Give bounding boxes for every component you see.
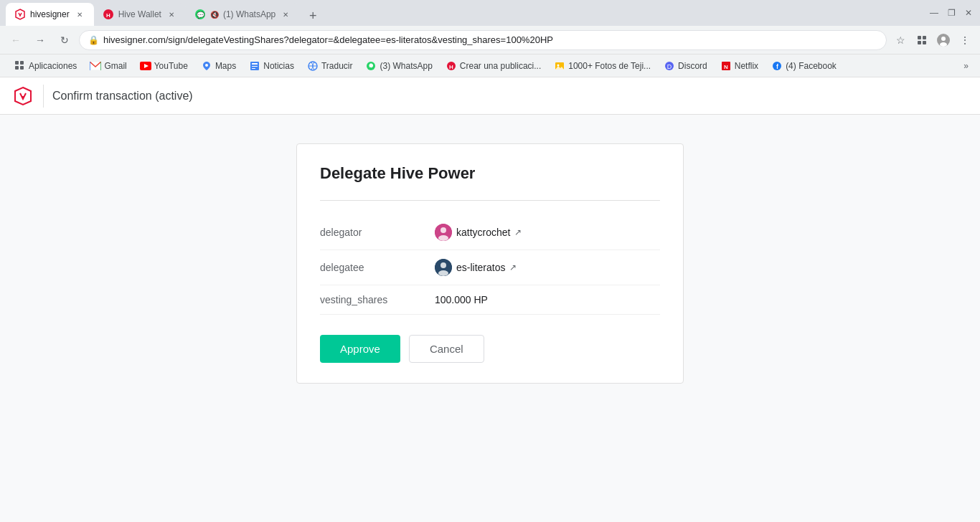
tab-list: hivesigner ✕ H Hive Wallet ✕ 💬 <box>6 0 925 26</box>
svg-rect-7 <box>923 41 926 44</box>
tab-hive-wallet[interactable]: H Hive Wallet ✕ <box>94 3 186 26</box>
page-header: Confirm transaction (active) <box>0 77 980 115</box>
tab-hivesigner[interactable]: hivesigner ✕ <box>6 3 94 26</box>
bookmark-facebook-label: (4) Facebook <box>786 61 837 71</box>
restore-button[interactable]: ❐ <box>946 7 957 19</box>
bookmark-noticias-label: Noticias <box>263 61 294 71</box>
bookmark-aplicaciones[interactable]: Aplicaciones <box>9 57 83 75</box>
whatsapp-bk-icon <box>365 60 377 72</box>
more-bookmarks-button[interactable]: » <box>961 61 971 71</box>
bookmark-hive-label: Crear una publicaci... <box>460 61 541 71</box>
bookmark-youtube-label: YouTube <box>154 61 188 71</box>
svg-rect-13 <box>15 66 19 70</box>
bookmark-discord-label: Discord <box>678 61 707 71</box>
bookmark-noticias[interactable]: Noticias <box>243 57 300 75</box>
delegatee-avatar <box>435 259 452 276</box>
svg-rect-23 <box>252 66 258 67</box>
minimize-button[interactable]: — <box>928 7 940 19</box>
facebook-icon: f <box>771 60 783 72</box>
page-title: Confirm transaction (active) <box>52 90 193 103</box>
bookmark-gmail-label: Gmail <box>104 61 126 71</box>
header-separator <box>43 85 44 108</box>
bookmark-traducir[interactable]: Traducir <box>301 57 359 75</box>
netflix-icon: N <box>720 60 732 72</box>
delegatee-value: es-literatos ↗ <box>435 259 517 276</box>
svg-rect-12 <box>20 61 24 65</box>
vesting-shares-value: 100.000 HP <box>435 294 488 305</box>
svg-rect-6 <box>918 41 921 44</box>
refresh-button[interactable]: ↻ <box>55 30 75 50</box>
bookmark-youtube[interactable]: YouTube <box>134 57 194 75</box>
delegatee-external-link-icon[interactable]: ↗ <box>509 262 517 272</box>
svg-text:H: H <box>106 12 110 19</box>
tab-muted-icon: 🔇 <box>210 11 219 19</box>
grid-icon <box>14 60 26 72</box>
address-bar-row: ← → ↻ 🔒 hivesigner.com/sign/delegateVest… <box>0 26 980 54</box>
tab-whatsapp[interactable]: 💬 🔇 (1) WhatsApp ✕ <box>186 3 300 26</box>
bookmark-star-button[interactable]: ☆ <box>891 31 910 49</box>
bookmark-maps[interactable]: Maps <box>195 57 242 75</box>
transaction-card: Delegate Hive Power delegator kattycroch… <box>296 143 684 384</box>
delegator-row: delegator kattycrochet ↗ <box>320 215 660 250</box>
bookmark-whatsapp-label: (3) WhatsApp <box>380 61 432 71</box>
tab-whatsapp-title: (1) WhatsApp <box>223 9 275 19</box>
tab-hive-wallet-close[interactable]: ✕ <box>166 9 177 20</box>
cancel-button[interactable]: Cancel <box>409 335 484 363</box>
translate-icon <box>307 60 319 72</box>
photo-bk-icon <box>554 60 565 72</box>
hive-bk-icon: H <box>446 60 457 72</box>
svg-rect-22 <box>252 63 258 65</box>
approve-button[interactable]: Approve <box>320 335 400 363</box>
title-bar: hivesigner ✕ H Hive Wallet ✕ 💬 <box>0 0 980 26</box>
bookmark-discord[interactable]: D Discord <box>658 57 713 75</box>
delegator-external-link-icon[interactable]: ↗ <box>514 227 522 237</box>
extensions-puzzle-button[interactable] <box>913 31 931 49</box>
delegator-label: delegator <box>320 227 435 238</box>
bookmark-whatsapp[interactable]: (3) WhatsApp <box>359 57 438 75</box>
bookmark-netflix[interactable]: N Netflix <box>715 57 764 75</box>
bookmark-photos[interactable]: 1000+ Fotos de Teji... <box>548 57 656 75</box>
delegatee-label: delegatee <box>320 262 435 273</box>
delegatee-name: es-literatos <box>456 262 505 273</box>
page-content: Delegate Hive Power delegator kattycroch… <box>0 115 980 522</box>
tab-hivesigner-close[interactable]: ✕ <box>74 9 85 20</box>
lock-icon: 🔒 <box>88 35 99 45</box>
svg-rect-24 <box>252 68 255 69</box>
svg-point-10 <box>940 42 947 47</box>
bookmark-traducir-label: Traducir <box>321 61 353 71</box>
card-title: Delegate Hive Power <box>320 164 660 183</box>
svg-point-45 <box>438 270 448 276</box>
bookmark-facebook[interactable]: f (4) Facebook <box>765 57 842 75</box>
svg-text:H: H <box>449 64 453 70</box>
card-divider <box>320 200 660 201</box>
delegator-avatar <box>435 224 452 241</box>
delegator-name: kattycrochet <box>456 227 510 238</box>
bookmarks-bar: Aplicaciones Gmail YouTube <box>0 54 980 77</box>
bookmark-hive[interactable]: H Crear una publicaci... <box>440 57 547 75</box>
hive-wallet-favicon: H <box>103 9 114 20</box>
forward-button[interactable]: → <box>30 30 50 50</box>
svg-rect-11 <box>15 61 19 65</box>
address-actions: ☆ ⋮ <box>891 31 974 49</box>
window-controls: — ❐ ✕ <box>928 7 974 19</box>
back-button[interactable]: ← <box>6 30 26 50</box>
new-tab-button[interactable]: + <box>303 6 323 26</box>
profile-avatar-button[interactable] <box>934 31 953 49</box>
chrome-menu-button[interactable]: ⋮ <box>956 31 974 49</box>
bookmark-aplicaciones-label: Aplicaciones <box>29 61 77 71</box>
svg-text:💬: 💬 <box>196 11 204 19</box>
svg-text:N: N <box>724 64 728 70</box>
vesting-shares-amount: 100.000 HP <box>435 294 488 305</box>
bookmark-gmail[interactable]: Gmail <box>84 57 132 75</box>
svg-point-44 <box>440 262 446 268</box>
whatsapp-favicon: 💬 <box>194 9 206 20</box>
discord-icon: D <box>664 60 675 72</box>
svg-point-41 <box>440 227 446 233</box>
vesting-shares-row: vesting_shares 100.000 HP <box>320 285 660 315</box>
youtube-icon <box>140 60 151 72</box>
tab-whatsapp-close[interactable]: ✕ <box>280 9 291 20</box>
tab-hivesigner-title: hivesigner <box>30 9 70 19</box>
close-button[interactable]: ✕ <box>963 7 974 19</box>
hive-logo <box>11 85 34 108</box>
address-bar[interactable]: 🔒 hivesigner.com/sign/delegateVestingSha… <box>79 30 887 50</box>
